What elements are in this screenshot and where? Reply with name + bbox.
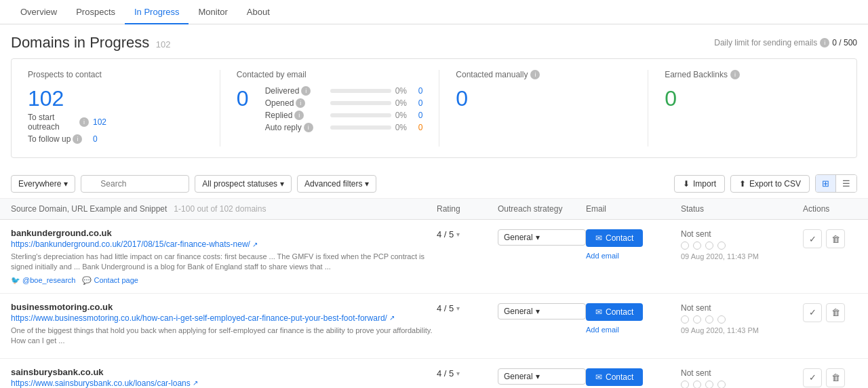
- page-title: Domains in Progress: [11, 34, 149, 51]
- status-dot-3[interactable]: [705, 315, 713, 324]
- contact-button-businessmotoring[interactable]: ✉ Contact: [586, 303, 643, 321]
- domain-snippet-bankunderground: Sterling's depreciation has had little i…: [11, 252, 437, 273]
- stat-prospects-label: Prospects to contact: [28, 70, 203, 79]
- outreach-select-bankunderground[interactable]: General ▾: [498, 229, 586, 246]
- contact-button-sainsburysbank[interactable]: ✉ Contact: [586, 368, 643, 386]
- grid-view-button[interactable]: ⊞: [816, 175, 836, 192]
- status-dot-4[interactable]: [717, 241, 726, 250]
- follow-up-info-icon[interactable]: i: [73, 134, 82, 144]
- nav-item-overview[interactable]: Overview: [11, 0, 66, 24]
- import-button[interactable]: ⬇ Import: [674, 175, 725, 193]
- grid-icon: ⊞: [822, 178, 829, 189]
- approve-button-sainsburysbank[interactable]: ✓: [803, 368, 822, 387]
- rating-bankunderground: 4 / 5 ▾: [437, 228, 498, 239]
- col-header-rating: Rating: [437, 204, 498, 214]
- auto-reply-info-icon[interactable]: i: [304, 123, 313, 132]
- checkmark-icon: ✓: [809, 234, 816, 244]
- location-chevron-icon: ▾: [64, 179, 68, 189]
- daily-limit-value: 0 / 500: [832, 38, 857, 47]
- stat-backlinks-big: 0: [665, 86, 840, 111]
- stat-earned-backlinks: Earned Backlinks i 0: [648, 70, 856, 147]
- status-dot-2[interactable]: [693, 241, 701, 250]
- domain-url-businessmotoring[interactable]: https://www.businessmotoring.co.uk/how-c…: [11, 313, 437, 323]
- search-input[interactable]: [81, 175, 189, 193]
- auto-reply-pct: 0%: [395, 123, 414, 132]
- rating-chevron-bankunderground[interactable]: ▾: [456, 231, 460, 238]
- outreach-select-sainsburysbank[interactable]: General ▾: [498, 368, 586, 385]
- auto-reply-val: 0: [418, 123, 423, 132]
- stat-contacted-by-email: Contacted by email 0 Delivered i 0% 0 Op…: [220, 70, 439, 147]
- list-view-button[interactable]: ☰: [836, 175, 856, 192]
- domain-name-businessmotoring: businessmotoring.co.uk: [11, 302, 437, 312]
- approve-button-businessmotoring[interactable]: ✓: [803, 303, 822, 322]
- domain-url-sainsburysbank[interactable]: https://www.sainsburysbank.co.uk/loans/c…: [11, 379, 437, 388]
- export-icon: ⬆: [739, 179, 746, 189]
- opened-info-icon[interactable]: i: [296, 98, 305, 108]
- tag-twitter-bankunderground[interactable]: 🐦 @boe_research: [11, 276, 75, 285]
- stat-prospects-to-contact: Prospects to contact 102 To start outrea…: [12, 70, 220, 147]
- add-email-businessmotoring[interactable]: Add email: [586, 326, 619, 334]
- email-sainsburysbank: ✉ Contact 5 emails: [586, 367, 681, 388]
- stat-follow-up-val: 0: [93, 134, 98, 144]
- status-dot-3[interactable]: [705, 241, 713, 250]
- opened-label: Opened i: [265, 98, 326, 108]
- outreach-select-businessmotoring[interactable]: General ▾: [498, 303, 586, 319]
- rating-value-businessmotoring: 4 / 5: [437, 303, 454, 313]
- delivered-label: Delivered i: [265, 86, 326, 96]
- tag-contact-bankunderground[interactable]: 💬 Contact page: [82, 276, 138, 285]
- toolbar: Everywhere ▾ 🔍 All prospect statuses ▾ A…: [0, 169, 868, 199]
- location-select[interactable]: Everywhere ▾: [11, 175, 75, 193]
- approve-button-bankunderground[interactable]: ✓: [803, 229, 822, 248]
- replied-label: Replied i: [265, 111, 326, 120]
- toolbar-right: ⬇ Import ⬆ Export to CSV ⊞ ☰: [674, 174, 857, 193]
- col-main-label: Source Domain, URL Example and Snippet: [11, 204, 167, 214]
- advanced-filters-button[interactable]: Advanced filters ▾: [297, 175, 376, 193]
- status-dot-1[interactable]: [681, 315, 689, 324]
- daily-limit-label: Daily limit for sending emails: [714, 38, 817, 47]
- list-icon: ☰: [842, 178, 850, 189]
- table-row: businessmotoring.co.uk https://www.busin…: [0, 294, 868, 359]
- backlinks-info-icon[interactable]: i: [730, 70, 740, 79]
- stat-manual-label: Contacted manually i: [456, 70, 631, 79]
- outreach-chevron-icon: ▾: [536, 307, 540, 316]
- start-outreach-info-icon[interactable]: i: [79, 117, 89, 127]
- status-dot-2[interactable]: [693, 381, 701, 388]
- delivered-row: Delivered i 0% 0: [265, 86, 423, 96]
- replied-info-icon[interactable]: i: [294, 111, 304, 120]
- nav-item-about[interactable]: About: [237, 0, 279, 24]
- stat-email-metrics: Delivered i 0% 0 Opened i 0% 0: [265, 86, 423, 135]
- status-dot-3[interactable]: [705, 381, 713, 388]
- search-wrap: 🔍: [81, 175, 189, 193]
- delete-button-bankunderground[interactable]: 🗑: [826, 229, 845, 248]
- status-text-businessmotoring: Not sent: [681, 303, 803, 313]
- daily-limit-info-icon[interactable]: i: [820, 38, 829, 47]
- stat-follow-up-row: To follow up i 0: [28, 134, 203, 144]
- delivered-info-icon[interactable]: i: [301, 86, 311, 96]
- nav-item-prospects[interactable]: Prospects: [66, 0, 125, 24]
- add-email-bankunderground[interactable]: Add email: [586, 252, 619, 260]
- stat-backlinks-label: Earned Backlinks i: [665, 70, 840, 79]
- nav-item-monitor[interactable]: Monitor: [189, 0, 237, 24]
- opened-pct: 0%: [395, 98, 414, 108]
- delete-button-businessmotoring[interactable]: 🗑: [826, 303, 845, 322]
- auto-reply-row: Auto reply i 0% 0: [265, 123, 423, 132]
- rating-chevron-sainsburysbank[interactable]: ▾: [456, 370, 460, 377]
- status-dot-1[interactable]: [681, 381, 689, 388]
- external-link-icon: ↗: [389, 314, 395, 322]
- status-dot-4[interactable]: [717, 381, 726, 388]
- table-row: sainsburysbank.co.uk https://www.sainsbu…: [0, 359, 868, 388]
- status-dot-2[interactable]: [693, 315, 701, 324]
- outreach-businessmotoring: General ▾: [498, 302, 586, 319]
- status-select[interactable]: All prospect statuses ▾: [195, 175, 292, 193]
- rating-chevron-businessmotoring[interactable]: ▾: [456, 305, 460, 312]
- status-dot-1[interactable]: [681, 241, 689, 250]
- nav-item-in-progress[interactable]: In Progress: [125, 0, 189, 24]
- contact-button-bankunderground[interactable]: ✉ Contact: [586, 229, 643, 247]
- manual-info-icon[interactable]: i: [530, 70, 540, 79]
- export-button[interactable]: ⬆ Export to CSV: [730, 175, 810, 193]
- status-dot-4[interactable]: [717, 315, 726, 324]
- trash-icon: 🗑: [831, 234, 840, 244]
- delete-button-sainsburysbank[interactable]: 🗑: [826, 368, 845, 387]
- domain-url-bankunderground[interactable]: https://bankunderground.co.uk/2017/08/15…: [11, 239, 437, 249]
- advanced-filters-chevron-icon: ▾: [365, 179, 369, 189]
